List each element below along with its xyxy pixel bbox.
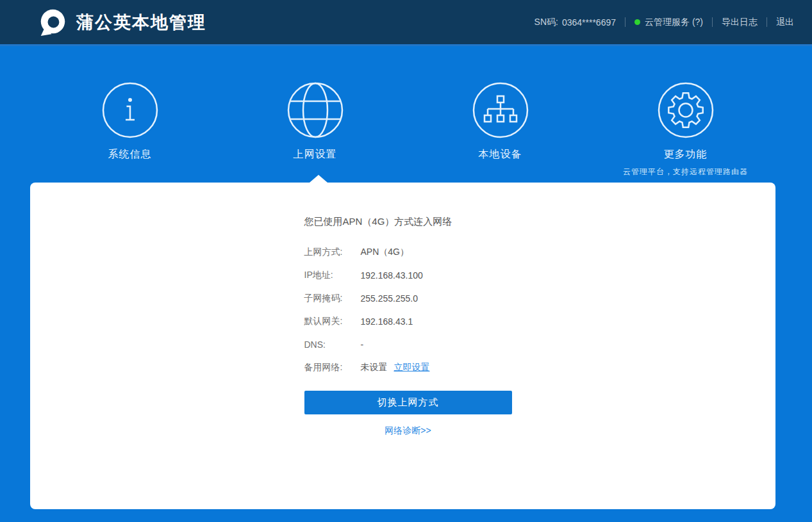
- globe-icon: [222, 82, 408, 138]
- export-log-link[interactable]: 导出日志: [722, 17, 758, 28]
- row-label: 备用网络:: [304, 362, 361, 373]
- content-card: 您已使用APN（4G）方式连入网络 上网方式: APN（4G） IP地址: 19…: [30, 183, 775, 509]
- row-label: 上网方式:: [304, 247, 361, 258]
- nav-tabs: 系统信息 上网设置 本地设备: [37, 82, 778, 177]
- tab-local-devices[interactable]: 本地设备: [408, 82, 593, 177]
- row-value: APN（4G）: [361, 247, 409, 258]
- row-connection-type: 上网方式: APN（4G）: [304, 241, 512, 264]
- network-info-list: 上网方式: APN（4G） IP地址: 192.168.43.100 子网掩码:…: [304, 241, 512, 379]
- online-status-icon: [634, 19, 640, 25]
- network-status-panel: 您已使用APN（4G）方式连入网络 上网方式: APN（4G） IP地址: 19…: [304, 183, 512, 437]
- row-dns: DNS: -: [304, 333, 512, 356]
- tab-label: 本地设备: [408, 148, 593, 161]
- row-label: DNS:: [304, 339, 361, 350]
- gear-icon: [593, 82, 778, 138]
- row-value: 未设置: [361, 362, 388, 373]
- dandelion-logo-icon: [38, 8, 67, 37]
- row-ip-address: IP地址: 192.168.43.100: [304, 264, 512, 287]
- switch-connection-button[interactable]: 切换上网方式: [304, 391, 512, 414]
- connection-status-title: 您已使用APN（4G）方式连入网络: [304, 216, 512, 228]
- cloud-service-status[interactable]: 云管理服务 (?): [634, 17, 703, 28]
- header: 蒲公英本地管理 SN码: 0364****6697 云管理服务 (?) 导出日志…: [0, 0, 812, 46]
- tab-label: 更多功能: [593, 148, 778, 161]
- row-value: 255.255.255.0: [361, 293, 418, 304]
- tab-internet-settings[interactable]: 上网设置: [222, 82, 408, 177]
- row-label: 默认网关:: [304, 316, 361, 327]
- setup-now-link[interactable]: 立即设置: [394, 362, 430, 373]
- app-title: 蒲公英本地管理: [76, 11, 206, 34]
- brand: 蒲公英本地管理: [38, 8, 206, 37]
- tab-label: 上网设置: [222, 148, 408, 161]
- info-icon: [37, 82, 222, 138]
- network-diagnose-link[interactable]: 网络诊断>>: [304, 425, 512, 437]
- row-default-gateway: 默认网关: 192.168.43.1: [304, 310, 512, 333]
- tab-more-features[interactable]: 更多功能 云管理平台，支持远程管理路由器: [593, 82, 778, 177]
- row-value: -: [361, 339, 364, 350]
- row-value: 192.168.43.100: [361, 270, 423, 281]
- row-value: 192.168.43.1: [361, 316, 413, 327]
- row-subnet-mask: 子网掩码: 255.255.255.0: [304, 287, 512, 310]
- header-right: SN码: 0364****6697 云管理服务 (?) 导出日志 退出: [534, 17, 794, 28]
- divider: [766, 17, 767, 27]
- topology-icon: [408, 82, 593, 138]
- logout-link[interactable]: 退出: [776, 17, 794, 28]
- active-tab-pointer: [310, 175, 327, 183]
- tab-label: 系统信息: [37, 148, 222, 161]
- row-label: 子网掩码:: [304, 293, 361, 304]
- divider: [625, 17, 626, 27]
- sn-code: SN码: 0364****6697: [534, 17, 616, 28]
- divider: [712, 17, 713, 27]
- tab-subtitle: 云管理平台，支持远程管理路由器: [593, 167, 778, 177]
- row-label: IP地址:: [304, 270, 361, 281]
- tab-system-info[interactable]: 系统信息: [37, 82, 222, 177]
- row-backup-network: 备用网络: 未设置 立即设置: [304, 356, 512, 379]
